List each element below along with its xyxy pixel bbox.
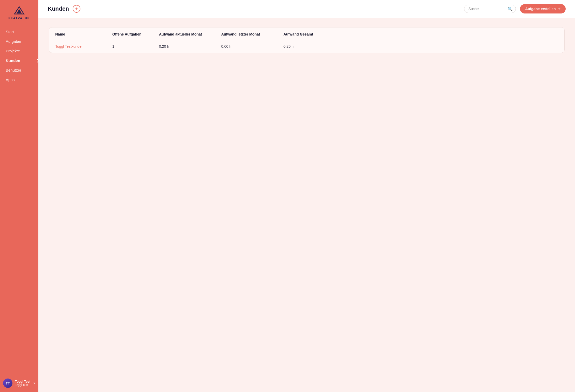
col-header-offene: Offene Aufgaben [112, 32, 159, 36]
search-wrap: 🔍 [464, 5, 516, 13]
logo-icon [13, 6, 25, 16]
sidebar-item-start[interactable]: Start [6, 27, 38, 37]
table-row: Toggl Testkunde 1 0,20 h 0,00 h 0,20 h [49, 40, 564, 53]
sidebar-nav: Start Aufgaben Projekte Kunden Benutzer … [0, 27, 38, 85]
col-header-gesamt: Aufwand Gesamt [283, 32, 335, 36]
create-button-plus-icon: + [558, 6, 560, 11]
user-name: Toggl Test [15, 380, 30, 383]
customers-table: Name Offene Aufgaben Aufwand aktueller M… [49, 27, 565, 53]
page-title: Kunden [48, 5, 69, 12]
content-area: Name Offene Aufgaben Aufwand aktueller M… [38, 18, 575, 392]
col-header-aktueller: Aufwand aktueller Monat [159, 32, 221, 36]
cell-aktueller: 0,20 h [159, 44, 221, 48]
cell-offene: 1 [112, 44, 159, 48]
sidebar: FEATVALUE Start Aufgaben Projekte Kunden… [0, 0, 38, 392]
sidebar-item-aufgaben[interactable]: Aufgaben [6, 37, 38, 46]
col-header-name: Name [55, 32, 112, 36]
user-profile[interactable]: TT Toggl Test Toggl Test ▾ [0, 374, 38, 392]
cell-letzter: 0,00 h [221, 44, 283, 48]
sidebar-item-projekte[interactable]: Projekte [6, 46, 38, 56]
avatar: TT [3, 379, 12, 388]
table-header: Name Offene Aufgaben Aufwand aktueller M… [49, 27, 564, 40]
search-icon: 🔍 [508, 6, 513, 11]
logo-text: FEATVALUE [9, 17, 30, 20]
sidebar-item-apps[interactable]: Apps [6, 75, 38, 85]
customer-name-link[interactable]: Toggl Testkunde [55, 44, 112, 48]
user-sub: Toggl Test [15, 383, 30, 387]
header-right: 🔍 Aufgabe erstellen + [464, 4, 566, 13]
sidebar-item-kunden[interactable]: Kunden [6, 56, 38, 65]
cell-gesamt: 0,20 h [283, 44, 335, 48]
main-content: Kunden + 🔍 Aufgabe erstellen + Name Offe… [38, 0, 575, 392]
col-header-letzter: Aufwand letzter Monat [221, 32, 283, 36]
create-button-label: Aufgabe erstellen [525, 7, 556, 11]
chevron-down-icon: ▾ [33, 381, 35, 385]
logo-area: FEATVALUE [0, 0, 38, 27]
header-left: Kunden + [48, 5, 80, 13]
add-customer-button[interactable]: + [73, 5, 80, 13]
create-task-button[interactable]: Aufgabe erstellen + [520, 4, 566, 13]
sidebar-item-benutzer[interactable]: Benutzer [6, 65, 38, 75]
header: Kunden + 🔍 Aufgabe erstellen + [38, 0, 575, 18]
user-info: Toggl Test Toggl Test [15, 380, 30, 387]
